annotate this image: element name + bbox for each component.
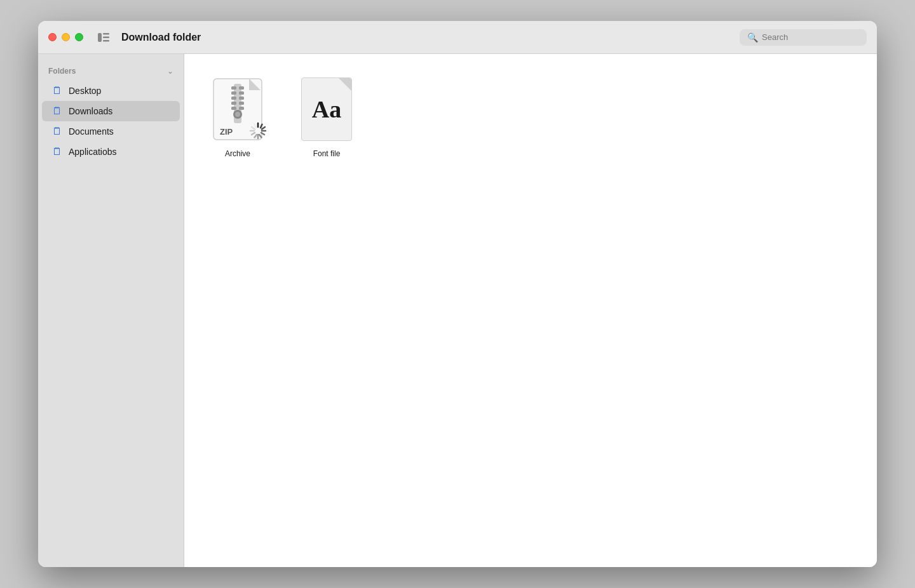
search-input[interactable] <box>762 32 859 42</box>
font-icon-wrapper: Aa <box>298 74 355 144</box>
file-icon: 🗒 <box>52 85 62 97</box>
svg-line-25 <box>261 133 264 135</box>
traffic-lights <box>48 33 83 41</box>
search-icon: 🔍 <box>747 32 758 43</box>
titlebar: Download folder 🔍 <box>38 21 877 54</box>
svg-rect-13 <box>239 97 244 100</box>
svg-rect-10 <box>231 91 236 95</box>
sidebar-chevron-icon[interactable]: ⌄ <box>167 67 173 76</box>
svg-rect-15 <box>239 102 244 105</box>
window-title: Download folder <box>121 32 740 43</box>
svg-rect-14 <box>231 102 236 105</box>
file-icon: 🗒 <box>52 105 62 117</box>
svg-rect-3 <box>103 40 109 42</box>
svg-line-32 <box>255 124 257 128</box>
svg-line-22 <box>261 124 262 128</box>
svg-rect-11 <box>239 91 244 95</box>
svg-rect-8 <box>231 86 236 90</box>
sidebar-section-header: Folders ⌄ <box>38 64 184 81</box>
font-file-icon: Aa <box>301 77 352 141</box>
svg-line-23 <box>262 127 265 130</box>
svg-rect-16 <box>231 107 236 110</box>
svg-line-26 <box>259 135 262 138</box>
file-icon: 🗒 <box>52 146 62 157</box>
svg-rect-0 <box>98 33 102 42</box>
sidebar-item-desktop[interactable]: 🗒 Desktop <box>42 81 180 101</box>
sidebar-item-label: Downloads <box>69 106 112 116</box>
svg-rect-12 <box>231 97 236 100</box>
sidebar-section-title: Folders <box>48 67 76 76</box>
sidebar-item-documents[interactable]: 🗒 Documents <box>42 121 180 142</box>
minimize-button[interactable] <box>62 33 70 41</box>
svg-text:ZIP: ZIP <box>220 127 233 137</box>
svg-rect-1 <box>103 33 109 35</box>
svg-rect-9 <box>239 86 244 90</box>
file-grid: ZIP <box>200 69 862 163</box>
finder-window: Download folder 🔍 Folders ⌄ 🗒 Desktop 🗒 … <box>38 21 877 567</box>
loading-spinner <box>249 122 267 140</box>
archive-icon-wrapper: ZIP <box>209 74 266 144</box>
maximize-button[interactable] <box>75 33 83 41</box>
svg-point-19 <box>235 112 240 117</box>
sidebar-item-applications[interactable]: 🗒 Applicatiobs <box>42 142 180 162</box>
sidebar-item-label: Documents <box>69 126 114 137</box>
svg-line-29 <box>252 133 255 135</box>
zip-file-icon: ZIP <box>212 77 263 141</box>
font-aa-text: Aa <box>312 95 341 123</box>
file-icon: 🗒 <box>52 126 62 137</box>
sidebar: Folders ⌄ 🗒 Desktop 🗒 Downloads 🗒 Docume… <box>38 54 184 567</box>
main-content: ZIP <box>184 54 877 567</box>
svg-rect-17 <box>239 107 244 110</box>
sidebar-item-downloads[interactable]: 🗒 Downloads <box>42 101 180 121</box>
svg-rect-2 <box>103 36 109 38</box>
svg-line-31 <box>252 127 255 130</box>
font-file-label: Font file <box>313 149 341 158</box>
close-button[interactable] <box>48 33 57 41</box>
archive-file-label: Archive <box>225 149 250 158</box>
sidebar-item-label: Applicatiobs <box>69 147 117 157</box>
search-box[interactable]: 🔍 <box>740 29 867 46</box>
sidebar-item-label: Desktop <box>69 86 101 96</box>
file-item-font[interactable]: Aa Font file <box>288 69 365 163</box>
sidebar-toggle-button[interactable] <box>93 27 114 48</box>
svg-line-28 <box>255 135 257 138</box>
content-area: Folders ⌄ 🗒 Desktop 🗒 Downloads 🗒 Docume… <box>38 54 877 567</box>
file-item-archive[interactable]: ZIP <box>200 69 276 163</box>
